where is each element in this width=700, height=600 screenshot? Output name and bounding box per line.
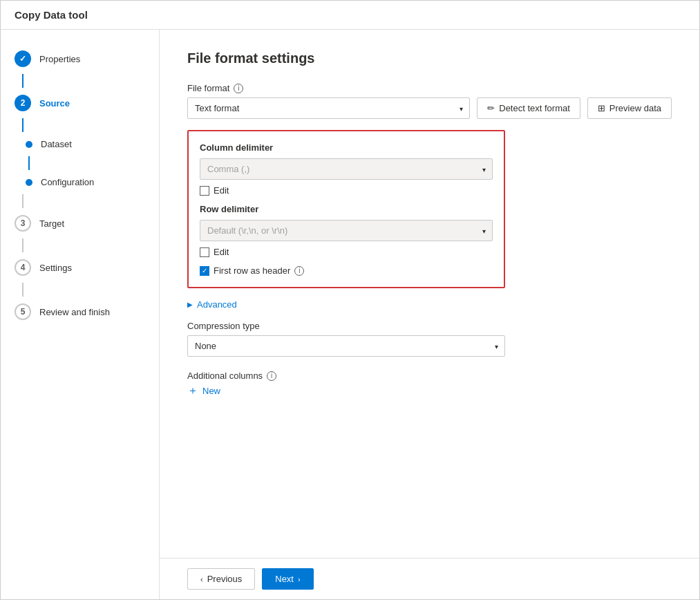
column-delimiter-select[interactable]: Comma (,) (200, 158, 493, 180)
delimiter-section: Column delimiter Comma (,) ▾ Edit Row de… (187, 130, 505, 288)
file-format-label: File format i (187, 83, 672, 93)
preview-data-button[interactable]: ⊞ Preview data (587, 97, 672, 119)
sidebar: ✓ Properties 2 Source Dataset Configurat… (1, 30, 160, 599)
advanced-label: Advanced (197, 299, 237, 310)
advanced-chevron-icon: ▶ (187, 301, 193, 308)
sidebar-item-configuration[interactable]: Configuration (1, 170, 159, 194)
content-area: File format settings File format i Text … (160, 30, 699, 599)
column-delimiter-label: Column delimiter (200, 142, 493, 153)
connector-line-2 (22, 118, 23, 132)
connector-line-5 (22, 238, 23, 252)
row-delimiter-select-wrapper: Default (\r,\n, or \r\n) ▾ (200, 220, 493, 241)
sidebar-label-properties: Properties (39, 54, 80, 64)
additional-columns-label: Additional columns i (187, 371, 672, 381)
sidebar-label-settings: Settings (39, 263, 72, 273)
advanced-section[interactable]: ▶ Advanced (187, 299, 672, 310)
compression-type-select[interactable]: None (187, 335, 505, 357)
step-circle-target: 3 (15, 215, 31, 232)
first-row-header-checkbox[interactable]: ✓ (200, 266, 209, 276)
dot-configuration (26, 179, 32, 186)
connector-line-1 (22, 74, 23, 88)
previous-button[interactable]: ‹ Previous (187, 568, 255, 590)
magic-wand-icon: ✏ (487, 103, 495, 113)
connector-line-6 (22, 283, 23, 297)
sidebar-item-dataset[interactable]: Dataset (1, 132, 159, 156)
app-window: Copy Data tool ✓ Properties 2 Source Dat… (0, 0, 700, 600)
first-row-header-row: ✓ First row as header i (200, 265, 493, 276)
next-button[interactable]: Next › (262, 568, 313, 590)
row-delimiter-select[interactable]: Default (\r,\n, or \r\n) (200, 220, 493, 241)
sidebar-label-configuration: Configuration (41, 177, 94, 187)
row-delimiter-edit-label: Edit (214, 247, 229, 257)
content-scroll: File format settings File format i Text … (160, 30, 699, 558)
column-delimiter-edit-checkbox[interactable] (200, 186, 209, 196)
plus-icon: ＋ (187, 385, 198, 396)
row-delimiter-label: Row delimiter (200, 204, 493, 214)
first-row-header-info-icon[interactable]: i (294, 266, 304, 276)
sidebar-label-review: Review and finish (39, 307, 110, 317)
file-format-select-wrapper: Text format ▾ (187, 97, 470, 119)
connector-line-3 (28, 156, 30, 170)
step-circle-settings: 4 (15, 259, 31, 276)
compression-type-label: Compression type (187, 321, 505, 331)
row-delimiter-edit-row: Edit (200, 247, 493, 257)
column-delimiter-select-wrapper: Comma (,) ▾ (200, 158, 493, 180)
sidebar-label-target: Target (39, 218, 64, 229)
row-delimiter-edit-checkbox[interactable] (200, 247, 209, 257)
file-format-info-icon[interactable]: i (234, 84, 243, 93)
title-bar: Copy Data tool (1, 1, 699, 30)
file-format-row: Text format ▾ ✏ Detect text format ⊞ Pre… (187, 97, 672, 119)
column-delimiter-edit-row: Edit (200, 185, 493, 196)
compression-section: Compression type None ▾ (187, 321, 505, 357)
previous-chevron-icon: ‹ (200, 575, 203, 583)
additional-columns-info-icon[interactable]: i (267, 371, 276, 381)
main-content: ✓ Properties 2 Source Dataset Configurat… (1, 30, 699, 599)
page-title: File format settings (187, 50, 672, 66)
file-format-select[interactable]: Text format (187, 97, 470, 119)
app-title: Copy Data tool (15, 9, 88, 21)
detect-text-format-button[interactable]: ✏ Detect text format (477, 97, 580, 119)
compression-type-select-wrapper: None ▾ (187, 335, 505, 357)
sidebar-label-source: Source (39, 98, 70, 109)
connector-line-4 (22, 194, 23, 208)
sidebar-item-source[interactable]: 2 Source (1, 88, 159, 118)
sidebar-item-properties[interactable]: ✓ Properties (1, 44, 159, 74)
sidebar-item-target[interactable]: 3 Target (1, 208, 159, 238)
dot-dataset (26, 141, 32, 148)
sidebar-item-settings[interactable]: 4 Settings (1, 252, 159, 283)
first-row-header-label: First row as header (214, 265, 290, 276)
additional-columns-section: Additional columns i ＋ New (187, 371, 672, 396)
preview-icon: ⊞ (598, 103, 605, 113)
next-chevron-icon: › (298, 575, 301, 583)
step-circle-review: 5 (15, 303, 31, 320)
step-circle-source: 2 (15, 95, 31, 111)
step-circle-properties: ✓ (15, 50, 31, 67)
column-delimiter-edit-label: Edit (214, 185, 229, 196)
footer-bar: ‹ Previous Next › (160, 558, 699, 599)
add-new-column-button[interactable]: ＋ New (187, 385, 220, 396)
sidebar-label-dataset: Dataset (41, 139, 72, 149)
sidebar-item-review[interactable]: 5 Review and finish (1, 297, 159, 327)
